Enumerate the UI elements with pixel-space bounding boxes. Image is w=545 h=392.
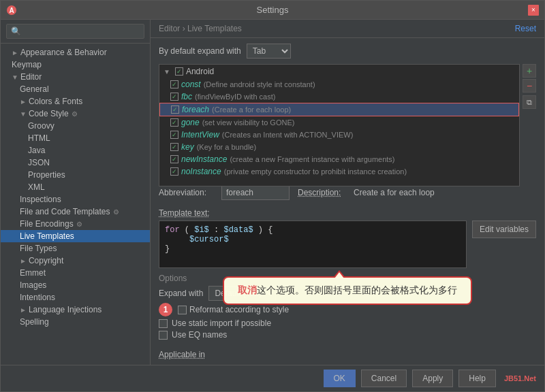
- sidebar-item-colors-fonts[interactable]: Colors & Fonts: [1, 95, 150, 108]
- code-and-vars: for ( $i$ : $data$ ) { $cursor$: [159, 220, 536, 268]
- breadcrumb: Editor › Live Templates: [159, 24, 242, 33]
- description-label: Description:: [298, 188, 345, 197]
- sidebar-item-java[interactable]: Java: [1, 144, 150, 157]
- expand-with-select[interactable]: Default (Tab) Tab Enter Space: [208, 286, 276, 301]
- sidebar-item-code-style[interactable]: Code Style ⚙: [1, 108, 150, 120]
- settings-tree: Appearance & Behavior Keymap Editor Gene…: [1, 44, 150, 365]
- code-indent: [165, 235, 185, 244]
- newinstance-checkbox[interactable]: [170, 155, 178, 163]
- app-icon: A: [6, 5, 17, 16]
- right-content: By default expand with Tab Enter Space: [151, 38, 544, 365]
- code-cursor: $cursor$: [189, 235, 229, 244]
- static-import-checkbox[interactable]: [159, 319, 168, 328]
- sidebar-item-keymap[interactable]: Keymap: [1, 59, 150, 71]
- help-button[interactable]: Help: [458, 370, 496, 387]
- sidebar-item-intentions[interactable]: Intentions: [1, 291, 150, 304]
- expand-select[interactable]: Tab Enter Space: [247, 44, 291, 59]
- apply-button[interactable]: Apply: [412, 370, 453, 387]
- reformat-row: 1 Reformat according to style: [159, 303, 536, 316]
- chevron-right-icon: [20, 306, 27, 314]
- sidebar-item-json[interactable]: JSON: [1, 157, 150, 169]
- right-panel: Editor › Live Templates Reset By default…: [151, 20, 544, 365]
- search-area: [1, 20, 150, 44]
- sidebar-item-general[interactable]: General: [1, 83, 150, 95]
- chevron-right-icon: [20, 257, 27, 265]
- sidebar-item-copyright[interactable]: Copyright: [1, 255, 150, 267]
- template-item-newinstance[interactable]: newInstance (create a new Fragment insta…: [159, 153, 519, 165]
- code-box[interactable]: for ( $i$ : $data$ ) { $cursor$: [159, 220, 467, 268]
- search-input[interactable]: [6, 24, 144, 39]
- template-item-const[interactable]: const (Define android style int constant…: [159, 78, 519, 91]
- sidebar-item-label: File Encodings: [20, 219, 74, 229]
- cancel-button[interactable]: Cancel: [361, 370, 407, 387]
- sidebar-item-images[interactable]: Images: [1, 279, 150, 291]
- sidebar-item-file-types[interactable]: File Types: [1, 242, 150, 255]
- intentview-name: IntentView: [181, 130, 219, 140]
- sidebar-item-label: Copyright: [29, 256, 63, 265]
- foreach-checkbox[interactable]: [171, 105, 179, 114]
- template-item-key[interactable]: key (Key for a bundle): [159, 141, 519, 153]
- android-group-checkbox[interactable]: [175, 67, 183, 76]
- template-item-intentview[interactable]: IntentView (Creates an Intent with ACTIO…: [159, 129, 519, 141]
- abbreviation-input[interactable]: [221, 185, 290, 200]
- reformat-label: Reformat according to style: [189, 305, 289, 314]
- noinstance-checkbox[interactable]: [170, 167, 178, 176]
- noinstance-name: noInstance: [181, 167, 221, 176]
- sidebar-item-appearance[interactable]: Appearance & Behavior: [1, 46, 150, 59]
- sidebar-item-label: Groovy: [28, 121, 54, 131]
- const-desc: (Define android style int constant): [204, 80, 315, 88]
- close-button[interactable]: ×: [528, 5, 539, 16]
- key-name: key: [181, 142, 194, 152]
- chevron-down-icon: [20, 110, 27, 118]
- code-var-i: $i$: [194, 225, 209, 235]
- intentview-checkbox[interactable]: [170, 131, 178, 139]
- foreach-name: foreach: [182, 105, 209, 114]
- key-checkbox[interactable]: [170, 143, 178, 151]
- code-open-paren: (: [185, 225, 189, 235]
- sidebar-item-language-injections[interactable]: Language Injections: [1, 304, 150, 316]
- sidebar-item-file-code-templates[interactable]: File and Code Templates ⚙: [1, 206, 150, 218]
- copy-template-button[interactable]: ⧉: [523, 95, 536, 109]
- code-var-data: $data$: [223, 225, 253, 235]
- fbc-desc: (findViewByID with cast): [195, 93, 275, 101]
- sidebar-item-properties[interactable]: Properties: [1, 169, 150, 181]
- android-group-header[interactable]: Android: [159, 65, 519, 78]
- reset-link[interactable]: Reset: [515, 24, 536, 33]
- reformat-checkbox[interactable]: [178, 306, 187, 314]
- edit-variables-button[interactable]: Edit variables: [472, 220, 536, 238]
- gear-icon: ⚙: [72, 110, 78, 118]
- fbc-checkbox[interactable]: [170, 93, 178, 101]
- ok-button[interactable]: OK: [324, 370, 356, 387]
- const-checkbox[interactable]: [170, 80, 178, 88]
- chevron-down-icon: [164, 68, 170, 76]
- templates-section: Android const (Define android style int …: [159, 64, 536, 177]
- template-item-foreach[interactable]: foreach (Create a for each loop): [159, 103, 519, 116]
- remove-template-button[interactable]: −: [523, 79, 536, 93]
- sidebar-item-inspections[interactable]: Inspections: [1, 193, 150, 206]
- main-content: Appearance & Behavior Keymap Editor Gene…: [1, 20, 544, 365]
- template-item-noinstance[interactable]: noInstance (private empty constructor to…: [159, 165, 519, 178]
- eq-names-checkbox[interactable]: [159, 331, 168, 340]
- sidebar-item-xml[interactable]: XML: [1, 181, 150, 193]
- settings-window: A Settings × Appearance & Behavior Keyma…: [0, 0, 545, 392]
- sidebar-item-spelling[interactable]: Spelling: [1, 316, 150, 328]
- templates-tree[interactable]: Android const (Define android style int …: [159, 64, 520, 186]
- sidebar-item-emmet[interactable]: Emmet: [1, 267, 150, 279]
- code-close-paren: ) {: [258, 225, 273, 235]
- sidebar-item-html[interactable]: HTML: [1, 132, 150, 144]
- eq-names-row: Use EQ names: [159, 330, 536, 340]
- sidebar-item-groovy[interactable]: Groovy: [1, 120, 150, 132]
- sidebar-item-editor[interactable]: Editor: [1, 71, 150, 83]
- add-template-button[interactable]: +: [523, 64, 536, 78]
- static-import-label: Use static import if possible: [172, 318, 271, 328]
- sidebar-item-live-templates[interactable]: Live Templates: [1, 230, 150, 242]
- applicable-label: Applicable in: [159, 350, 205, 359]
- right-header: Editor › Live Templates Reset: [151, 20, 544, 38]
- options-title: Options: [159, 274, 536, 283]
- template-item-fbc[interactable]: fbc (findViewByID with cast): [159, 91, 519, 103]
- gone-checkbox[interactable]: [170, 118, 178, 127]
- sidebar-item-file-encodings[interactable]: File Encodings ⚙: [1, 218, 150, 230]
- watermark: JB51.Net: [504, 374, 536, 382]
- sidebar-item-label: Keymap: [12, 60, 42, 69]
- template-item-gone[interactable]: gone (set view visibility to GONE): [159, 116, 519, 129]
